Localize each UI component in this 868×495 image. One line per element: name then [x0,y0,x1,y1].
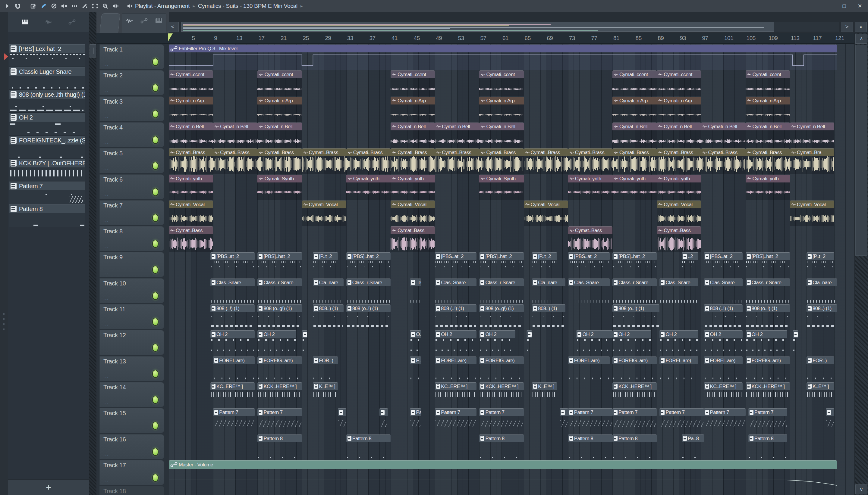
audio-clip[interactable]: Cymati..n Bell [746,122,790,148]
track-header[interactable]: Track 14 ... [99,382,164,407]
pattern-clip[interactable]: K..E™ ] [532,382,557,408]
clip-header[interactable]: Pattern 8 [479,434,524,442]
slip-arrows-icon[interactable] [69,0,80,12]
audio-clip[interactable]: Cymati..ynth [612,175,657,200]
audio-clip[interactable]: Cymati..Vocal [657,201,701,226]
pattern-clip[interactable]: FOREIG..are) [257,357,302,382]
pattern-item[interactable]: FOREIGNTECK_..zzle (Snare) [9,136,85,144]
clip-header[interactable]: OH 2 [435,330,476,338]
clip-header[interactable]: Cymati..n Arp [612,97,657,104]
pattern-clip[interactable]: [P..t_2 [806,252,834,278]
clip-header[interactable]: [P..t_2 [806,252,834,260]
audio-clip[interactable]: Cymati..Vocal [524,201,568,226]
clip-header[interactable]: Cymati..Brass [257,149,302,156]
clip-header[interactable] [793,330,798,338]
track-options[interactable]: ... [103,191,109,197]
audio-clip[interactable]: Cymati..Brass [435,149,479,174]
pattern-clip[interactable]: KCK..HERE™ ] [612,382,657,408]
clip-header[interactable]: FOR..) [313,357,338,364]
pattern-clip[interactable]: Pattern 8 [612,434,657,460]
clip-header[interactable]: Pattern 7 [479,408,524,416]
pattern-clip[interactable]: Pattern 8 [568,434,612,460]
pattern-clip[interactable]: Cla..nare [313,278,343,304]
audio-clip[interactable]: Cymati..ccent [657,70,701,96]
pattern-clip[interactable]: Class..r Snare [612,278,657,304]
pattern-clip[interactable]: Pattern 8 [346,434,391,460]
track-header[interactable]: Track 15 ... [99,408,164,433]
audio-clip[interactable]: Cymati..n Arp [479,97,524,122]
clip-header[interactable]: Pattern 7 [435,408,476,416]
pattern-item[interactable]: 808 (only use..ith thug!) (1) [9,90,85,99]
clip-header[interactable]: Clas..Snare [568,278,610,286]
pattern-clip[interactable]: F.. [410,357,421,382]
clip-header[interactable]: FOREI..are) [704,357,743,364]
clip-header[interactable]: [P..t_2 [532,252,557,260]
minimize-button[interactable]: − [824,3,832,9]
audio-clip[interactable]: Cymat..n Bell [657,122,701,148]
clip-header[interactable]: Cymat..n Bell [257,122,302,130]
add-pattern-button[interactable]: + [8,479,89,495]
master-automation-clip[interactable]: Master - Volume [169,460,837,486]
pattern-clip[interactable]: [PBS]..hat_2 [257,252,302,278]
audio-clip[interactable]: Cymati..Vocal [302,201,346,226]
clip-header[interactable]: FOREIG..are) [746,357,790,364]
track-mute-led[interactable] [152,58,159,66]
clip-header[interactable]: 808 (o..!) (1) [346,304,391,312]
track-options[interactable]: ... [103,425,109,430]
clip-header[interactable]: Clas..Snare [210,278,255,286]
pattern-clip[interactable]: [PBS..at_2 [210,252,255,278]
close-button[interactable]: ✕ [856,3,864,9]
pattern-clip[interactable] [826,408,834,433]
pattern-clip[interactable]: OH 2 [704,330,743,356]
clip-header[interactable]: FOREIG..are) [257,357,302,364]
clip-header[interactable]: 808 (o..g!) (1) [257,304,302,312]
pattern-clip[interactable]: Pa..8 [682,434,704,460]
clip-header[interactable]: [PBS..at_2 [210,252,255,260]
clip-header[interactable]: Cymati..ynth [657,175,701,183]
clip-header[interactable]: Cymati..ynth [346,175,391,183]
pattern-clip[interactable]: 808..) (1) [313,304,343,330]
pattern-clip[interactable]: OH 2 [612,330,651,356]
clip-header[interactable]: OH 2 [479,330,515,338]
pattern-clip[interactable]: 808..) (1) [532,304,565,330]
clip-header[interactable]: Cymati..Brass [346,149,391,156]
pattern-clip[interactable]: KCK..HERE™ ] [746,382,790,408]
clip-header[interactable]: Cymati..Brass [302,149,346,156]
pattern-clip[interactable]: KC..ERE™ ] [210,382,255,408]
pattern-clip[interactable]: Pattern 7 [704,408,746,433]
clip-header[interactable]: Cymati..n Arp [391,97,435,104]
clip-header[interactable]: Cymat..Bass [169,226,213,234]
snap-magnet-icon[interactable] [13,0,23,12]
pattern-clip[interactable]: Pattern 7 [568,408,612,433]
playhead-marker[interactable] [168,33,173,41]
clip-header[interactable]: [PBS]..hat_2 [746,252,790,260]
track-options[interactable]: ... [103,139,109,144]
clip-header[interactable]: 808 (..!) (1) [210,304,255,312]
clip-header[interactable]: Cymati..ccent [657,70,701,78]
track-header[interactable]: Track 6 ... [99,174,164,199]
audio-clip[interactable]: Cymat..Bass [391,226,435,252]
clip-header[interactable]: [PBS]..hat_2 [346,252,391,260]
pattern-clip[interactable] [302,330,307,356]
clip-header[interactable]: 808..) (1) [532,304,565,312]
clip-header[interactable]: [PBS]..hat_2 [257,252,302,260]
audio-clip[interactable]: Cymati..ccent [391,70,435,96]
clip-header[interactable]: Cymati..n Arp [257,97,302,104]
track-header[interactable]: Track 1 ... [99,44,164,69]
clip-header[interactable]: 808 (o..g!) (1) [479,304,524,312]
pattern-clip[interactable]: Class..r Snare [746,278,790,304]
track-header[interactable]: Track 5 ... [99,148,164,173]
track-options[interactable]: ... [103,165,109,170]
clip-header[interactable]: 808 (o..!) (1) [612,304,659,312]
pattern-clip[interactable]: Clas..Snare [435,278,476,304]
track-options[interactable]: ... [103,451,109,457]
audio-clip[interactable]: Cymati..ccent [746,70,790,96]
clip-header[interactable]: [PBS..at_2 [435,252,476,260]
track-mute-led[interactable] [152,162,159,170]
piano-tool-icon[interactable] [155,18,163,24]
clip-header[interactable]: Cymati..n Bell [479,122,524,130]
track-options[interactable]: ... [103,114,109,119]
track-options[interactable]: ... [103,373,109,378]
track-options[interactable]: ... [103,217,109,222]
zoom-magnifier-icon[interactable] [100,0,110,12]
